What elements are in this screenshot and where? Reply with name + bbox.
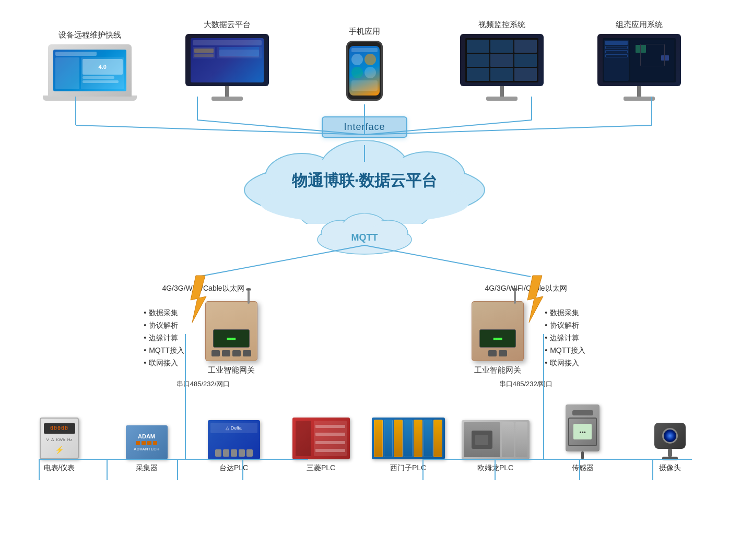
mitsubishi-plc-label: 三菱PLC [307, 463, 335, 473]
device-bigdata: 大数据云平台 [180, 20, 274, 101]
feature-item: 边缘计算 [144, 333, 184, 343]
gateway-right-device: ■■■■ 工业智能网关 [466, 301, 529, 375]
device-meter: 00000 VAKWhHz ⚡ 电表/仪表 [23, 418, 96, 473]
gateway-right-features: 数据采集 协议解析 边缘计算 MQTT接入 联网接入 [545, 308, 585, 368]
gateway-left-network: 4G/3G/WIFI/Cable以太网 [162, 284, 244, 293]
meter-icon: 00000 VAKWhHz ⚡ [40, 418, 79, 459]
siemens-plc-label: 西门子PLC [390, 463, 426, 473]
device-phone-label: 手机应用 [349, 27, 380, 37]
gateway-left-serial: 串口485/232/网口 [177, 379, 230, 389]
cloud-platform-name: 物通博联·数据云平台 [292, 170, 437, 192]
feature-item: MQTT接入 [545, 346, 585, 355]
bottom-devices-row: 00000 VAKWhHz ⚡ 电表/仪表 ADAM ADVANTECH [0, 404, 729, 483]
omron-plc-icon [462, 420, 530, 459]
device-laptop-label: 设备远程维护快线 [58, 30, 121, 40]
gateway-right-network: 4G/3G/WIFI/Cable以太网 [485, 284, 567, 293]
sensor-label: 传感器 [572, 463, 594, 473]
gateway-left-device: ■■■■ 工业智能网关 [200, 301, 263, 375]
scada-monitor [597, 34, 681, 86]
gateway-row: 4G/3G/WIFI/Cable以太网 数据采集 协议解析 边缘计算 MQTT接… [0, 284, 729, 389]
feature-item: 数据采集 [144, 308, 184, 318]
feature-item: 联网接入 [144, 359, 184, 368]
meter-label: 电表/仪表 [44, 463, 75, 473]
svg-text:MQTT: MQTT [351, 232, 378, 243]
gateway-left-label: 工业智能网关 [208, 365, 255, 375]
sensor-icon: ●●● [566, 404, 599, 451]
device-phone: 手机应用 [318, 27, 411, 101]
phone-body [346, 41, 383, 101]
delta-plc-icon: △ Delta [208, 420, 260, 459]
collector-icon: ADAM ADVANTECH [126, 425, 168, 459]
delta-plc-label: 台达PLC [219, 463, 248, 473]
camera-icon [654, 423, 686, 449]
interface-box: Interface [322, 116, 407, 138]
collector-label: 采集器 [136, 463, 158, 473]
siemens-plc-icon [372, 418, 445, 459]
gateway-right-serial: 串口485/232/网口 [499, 379, 553, 389]
device-laptop: 设备远程维护快线 4.0 [43, 30, 137, 101]
bigdata-monitor [185, 34, 269, 86]
device-camera: 摄像头 [633, 423, 707, 473]
interface-section: Interface [0, 116, 729, 138]
device-collector: ADAM ADVANTECH 采集器 [110, 425, 183, 473]
device-omron-plc: 欧姆龙PLC [459, 420, 532, 473]
device-scada-label: 组态应用系统 [616, 20, 663, 30]
phone-screen [349, 46, 380, 96]
gateway-left: 4G/3G/WIFI/Cable以太网 数据采集 协议解析 边缘计算 MQTT接… [93, 284, 313, 389]
laptop-screen: 4.0 [48, 44, 132, 97]
feature-item: 协议解析 [545, 321, 585, 330]
device-mitsu-plc: 三菱PLC [285, 418, 358, 473]
device-siemens-plc: 西门子PLC [372, 418, 445, 473]
gateway-right-label: 工业智能网关 [474, 365, 521, 375]
cloud-section: 物通博联·数据云平台 MQTT [0, 140, 729, 255]
device-video: 视频监控系统 [455, 20, 549, 101]
interface-label: Interface [344, 122, 385, 132]
omron-plc-label: 欧姆龙PLC [477, 463, 513, 473]
device-sensor: ●●● 传感器 [546, 404, 619, 473]
feature-item: 数据采集 [545, 308, 585, 318]
feature-item: 联网接入 [545, 359, 585, 368]
video-monitor [460, 34, 544, 86]
device-bigdata-label: 大数据云平台 [204, 20, 251, 30]
device-video-label: 视频监控系统 [478, 20, 525, 30]
device-scada: 组态应用系统 [592, 20, 686, 101]
feature-item: 协议解析 [144, 321, 184, 330]
feature-item: 边缘计算 [545, 333, 585, 343]
cloud-shape: 物通博联·数据云平台 [234, 140, 495, 224]
device-delta-plc: △ Delta 台达PLC [197, 420, 271, 473]
camera-label: 摄像头 [659, 463, 681, 473]
gateway-left-features: 数据采集 协议解析 边缘计算 MQTT接入 联网接入 [144, 308, 184, 368]
gateway-right: 4G/3G/WIFI/Cable以太网 ■■■■ [416, 284, 636, 389]
mitsubishi-plc-icon [292, 418, 350, 459]
feature-item: MQTT接入 [144, 346, 184, 355]
